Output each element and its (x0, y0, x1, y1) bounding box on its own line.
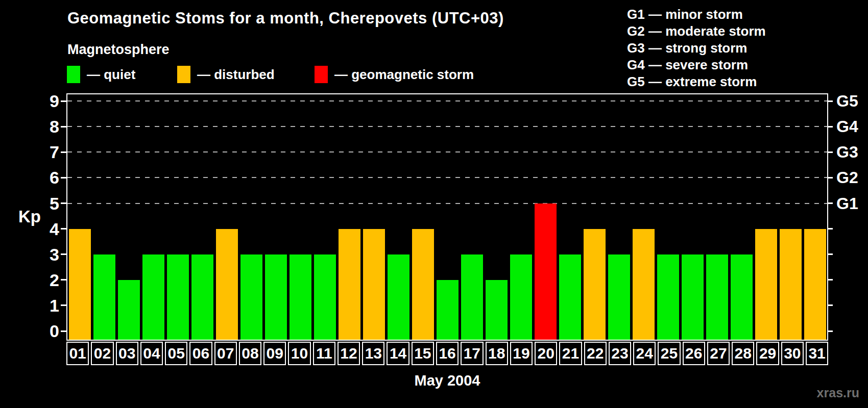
day-label-19: 19 (510, 342, 533, 365)
bar-day-30 (780, 229, 802, 340)
day-label-12: 12 (337, 342, 360, 365)
kp-tick-4 (61, 228, 66, 230)
grid-line-kp8 (67, 126, 827, 127)
day-label-13: 13 (362, 342, 384, 365)
kp-tick-8 (61, 126, 66, 128)
day-label-15: 15 (412, 342, 434, 365)
grid-line-kp6 (67, 177, 827, 178)
day-label-01: 01 (66, 342, 89, 365)
day-label-11: 11 (313, 342, 335, 365)
day-label-02: 02 (91, 342, 113, 365)
kp-tick-2 (61, 279, 66, 280)
bar-day-15 (412, 229, 434, 340)
bar-day-20 (535, 203, 557, 340)
kp-tick-label-4: 4 (33, 220, 59, 238)
bar-day-23 (608, 254, 630, 340)
legend-swatch-disturbed (177, 66, 190, 83)
bar-day-27 (706, 254, 728, 340)
day-label-29: 29 (756, 342, 779, 365)
day-label-18: 18 (486, 342, 508, 365)
magnetosphere-legend-title: Magnetosphere (67, 42, 170, 58)
bar-day-02 (93, 254, 115, 340)
day-label-07: 07 (214, 342, 237, 365)
kp-tick-1 (61, 304, 66, 306)
right-tick-2 (827, 279, 833, 280)
day-label-23: 23 (609, 342, 631, 365)
day-label-09: 09 (263, 342, 286, 365)
bar-day-19 (510, 254, 532, 340)
legend-label-storm: — geomagnetic storm (334, 67, 474, 83)
grid-line-kp7 (67, 151, 827, 152)
bar-day-25 (657, 254, 679, 340)
day-label-30: 30 (781, 342, 804, 365)
bar-day-01 (69, 229, 91, 340)
bar-day-13 (363, 229, 385, 340)
bar-day-11 (314, 254, 336, 340)
bar-day-14 (388, 254, 409, 340)
watermark: xras.ru (817, 386, 859, 400)
kp-tick-label-3: 3 (33, 245, 59, 264)
grid-line-kp5 (67, 203, 827, 204)
right-tick-9 (827, 100, 833, 102)
bar-day-22 (584, 229, 606, 340)
kp-tick-3 (61, 253, 66, 255)
plot-area: 0123456789G1G2G3G4G5 (66, 93, 828, 341)
legend-item-storm: — geomagnetic storm (315, 66, 474, 83)
kp-tick-6 (61, 177, 66, 178)
kp-tick-label-8: 8 (33, 117, 59, 136)
kp-tick-label-7: 7 (33, 143, 59, 161)
day-label-06: 06 (189, 342, 212, 365)
legend-label-quiet: — quiet (87, 67, 135, 83)
bar-day-31 (804, 229, 826, 340)
kp-tick-0 (61, 330, 66, 332)
kp-tick-label-6: 6 (33, 168, 59, 187)
grid-line-kp9 (67, 100, 827, 101)
storm-scale-line-g3: G3 — strong storm (627, 40, 766, 57)
bar-day-21 (559, 254, 581, 340)
kp-tick-label-9: 9 (33, 92, 59, 110)
bar-day-12 (339, 229, 360, 340)
kp-tick-label-0: 0 (33, 322, 59, 340)
kp-tick-5 (61, 202, 66, 204)
storm-scale-line-g2: G2 — moderate storm (627, 23, 766, 40)
legend-swatch-storm (315, 66, 328, 83)
day-label-03: 03 (116, 342, 138, 365)
day-label-17: 17 (461, 342, 483, 365)
day-label-16: 16 (436, 342, 459, 365)
day-label-25: 25 (658, 342, 680, 365)
storm-scale-line-g4: G4 — severe storm (627, 57, 766, 73)
bar-day-03 (118, 280, 140, 340)
bar-day-28 (731, 254, 753, 340)
magnetosphere-legend: — quiet— disturbed— geomagnetic storm (67, 66, 526, 85)
legend-item-quiet: — quiet (67, 66, 135, 83)
storm-scale-line-g5: G5 — extreme storm (627, 73, 766, 90)
bar-day-16 (437, 280, 459, 340)
day-label-28: 28 (732, 342, 754, 365)
right-tick-4 (827, 228, 833, 230)
bar-day-07 (216, 229, 238, 340)
bar-day-29 (755, 229, 777, 340)
storm-scale-line-g1: G1 — minor storm (627, 6, 766, 23)
day-label-10: 10 (288, 342, 310, 365)
day-label-08: 08 (239, 342, 261, 365)
bar-day-06 (191, 254, 213, 340)
bar-day-08 (240, 254, 262, 340)
right-tick-6 (827, 177, 833, 178)
bar-day-26 (682, 254, 704, 340)
kp-tick-7 (61, 151, 66, 153)
day-label-22: 22 (584, 342, 607, 365)
right-tick-1 (827, 304, 833, 306)
legend-swatch-quiet (67, 66, 80, 83)
right-axis-label-G4: G4 (836, 117, 858, 136)
day-label-14: 14 (387, 342, 409, 365)
kp-tick-9 (61, 100, 66, 102)
x-axis-day-row: 0102030405060708091011121314151617181920… (66, 342, 828, 365)
day-label-21: 21 (559, 342, 582, 365)
kp-tick-label-5: 5 (33, 194, 59, 213)
right-tick-5 (827, 202, 833, 204)
day-label-27: 27 (707, 342, 730, 365)
day-label-24: 24 (633, 342, 656, 365)
bar-day-04 (142, 254, 164, 340)
geomagnetic-chart: Geomagnetic Stoms for a month, Cherepove… (0, 0, 868, 408)
bar-day-17 (461, 254, 483, 340)
